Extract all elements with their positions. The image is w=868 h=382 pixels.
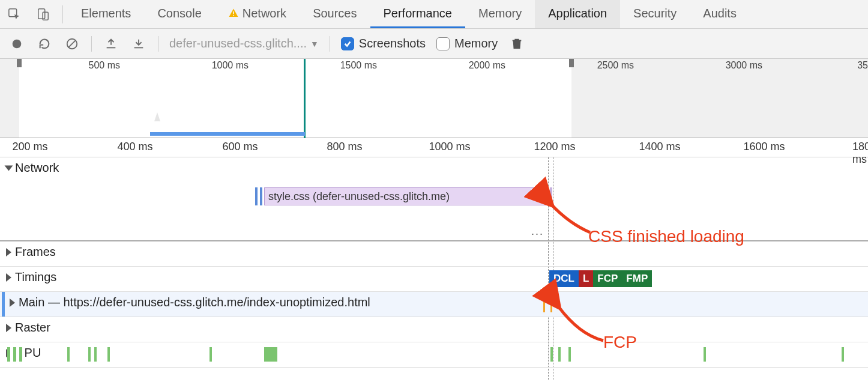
- timing-flags: DCL L FCP FMP: [549, 270, 652, 287]
- raster-track-header[interactable]: Raster: [0, 317, 868, 338]
- svg-point-5: [13, 39, 22, 48]
- tab-application[interactable]: Application: [535, 0, 620, 28]
- ruler-tick: 400 ms: [117, 141, 152, 153]
- disclosure-triangle-icon: [6, 273, 11, 282]
- overview-tick: 1000 ms: [212, 60, 249, 71]
- svg-rect-3: [233, 11, 234, 14]
- device-toggle-icon[interactable]: [29, 0, 58, 29]
- tab-elements[interactable]: Elements: [68, 0, 144, 28]
- tab-console[interactable]: Console: [144, 0, 214, 28]
- overview-tick: 3000 ms: [726, 60, 762, 71]
- ruler-tick: 600 ms: [222, 141, 258, 153]
- disclosure-triangle-icon: [5, 165, 13, 171]
- network-request-label: style.css (defer-unused-css.glitch.me): [268, 190, 450, 203]
- annotation-fcp: FCP: [603, 333, 637, 352]
- raster-track[interactable]: Raster: [0, 317, 868, 342]
- more-indicator: ...: [531, 225, 544, 238]
- dcl-flag[interactable]: DCL: [549, 270, 579, 287]
- fcp-flag[interactable]: FCP: [593, 270, 622, 287]
- overview-mask-left: [0, 59, 19, 138]
- load-profile-icon[interactable]: [103, 35, 119, 52]
- svg-rect-9: [134, 47, 143, 48]
- tab-sources[interactable]: Sources: [300, 0, 370, 28]
- disclosure-triangle-icon: [10, 299, 15, 307]
- overview-tick: 500 ms: [89, 60, 120, 71]
- gpu-bars: [7, 347, 868, 362]
- tab-memory[interactable]: Memory: [465, 0, 535, 28]
- disclosure-triangle-icon: [6, 324, 11, 332]
- checkbox-unchecked-icon[interactable]: [436, 37, 450, 50]
- overview-tick: 2000 ms: [469, 60, 505, 71]
- memory-label: Memory: [454, 37, 498, 50]
- tab-network[interactable]: Network: [215, 0, 300, 28]
- gpu-track[interactable]: GPU: [0, 342, 868, 368]
- svg-rect-4: [233, 15, 234, 16]
- fmp-flag[interactable]: FMP: [622, 270, 652, 287]
- overview-tick: 1500 ms: [340, 60, 377, 71]
- annotation-arrow-icon: [545, 199, 593, 238]
- ruler-tick: 1600 ms: [743, 141, 785, 153]
- flamechart-tracks: Network style.css (defer-unused-css.glit…: [0, 157, 868, 368]
- overview-handle-left[interactable]: [17, 59, 22, 67]
- ruler-tick: 1000 ms: [429, 141, 470, 153]
- network-track-label: Network: [15, 161, 59, 175]
- recording-selector[interactable]: defer-unused-css.glitch.... ▼: [169, 37, 319, 50]
- overview-activity-bar: [150, 132, 305, 136]
- overview-handle-right[interactable]: [569, 59, 574, 67]
- screenshots-label: Screenshots: [359, 37, 426, 50]
- l-flag[interactable]: L: [579, 270, 593, 287]
- disclosure-triangle-icon: [6, 248, 11, 256]
- separator: [91, 36, 92, 52]
- screenshots-option[interactable]: Screenshots: [341, 37, 426, 50]
- overview-tick: 35: [857, 60, 868, 71]
- timings-track[interactable]: Timings DCL L FCP FMP: [0, 267, 868, 292]
- record-button[interactable]: [8, 35, 25, 52]
- timeline-ruler[interactable]: 200 ms 400 ms 600 ms 800 ms 1000 ms 1200…: [0, 138, 868, 157]
- ruler-tick: 1400 ms: [639, 141, 680, 153]
- ruler-tick: 800 ms: [327, 141, 362, 153]
- garbage-collect-button[interactable]: [508, 35, 525, 52]
- clear-button[interactable]: [64, 35, 80, 52]
- annotation-arrow-icon: [552, 302, 606, 346]
- separator: [330, 36, 330, 52]
- memory-option[interactable]: Memory: [436, 37, 498, 50]
- timings-track-header[interactable]: Timings: [0, 267, 868, 288]
- overview-marker: [304, 59, 306, 138]
- svg-rect-8: [107, 47, 116, 48]
- main-track-indicator: [2, 292, 5, 317]
- annotation-css-finished: CSS finished loading: [588, 227, 744, 246]
- reload-button[interactable]: [36, 35, 53, 52]
- raster-track-label: Raster: [15, 321, 50, 335]
- svg-line-7: [68, 40, 76, 47]
- main-track[interactable]: Main — https://defer-unused-css.glitch.m…: [0, 292, 868, 317]
- overview-tick: 2500 ms: [597, 60, 634, 71]
- inspect-icon[interactable]: [0, 0, 29, 29]
- separator: [62, 5, 63, 23]
- ruler-tick: 1200 ms: [534, 141, 575, 153]
- performance-toolbar: defer-unused-css.glitch.... ▼ Screenshot…: [0, 29, 868, 59]
- save-profile-icon[interactable]: [130, 35, 147, 52]
- svg-rect-1: [38, 8, 45, 19]
- network-track-header[interactable]: Network: [0, 157, 868, 178]
- recording-label: defer-unused-css.glitch....: [169, 37, 307, 50]
- main-task-tick: [543, 296, 545, 312]
- chevron-down-icon: ▼: [310, 39, 319, 49]
- main-track-label: Main — https://defer-unused-css.glitch.m…: [19, 296, 370, 309]
- network-request-bar[interactable]: style.css (defer-unused-css.glitch.me): [264, 187, 546, 205]
- main-track-header[interactable]: Main — https://defer-unused-css.glitch.m…: [0, 292, 868, 313]
- devtools-tabbar: Elements Console Network Sources Perform…: [0, 0, 868, 29]
- tab-performance[interactable]: Performance: [370, 0, 466, 28]
- frames-track-label: Frames: [15, 245, 56, 259]
- timings-track-label: Timings: [15, 270, 56, 284]
- tab-audits[interactable]: Audits: [690, 0, 750, 28]
- panel-tabs: Elements Console Network Sources Perform…: [68, 0, 750, 28]
- network-request-stub: [255, 187, 258, 205]
- network-request-stub: [260, 187, 262, 205]
- tab-security[interactable]: Security: [620, 0, 690, 28]
- separator: [158, 36, 158, 52]
- warning-icon: [228, 8, 239, 19]
- ruler-tick: 200 ms: [12, 141, 47, 153]
- overview-cpu-blip: [151, 112, 163, 130]
- checkbox-checked-icon[interactable]: [341, 37, 354, 50]
- timeline-overview[interactable]: 500 ms 1000 ms 1500 ms 2000 ms 2500 ms 3…: [0, 59, 868, 138]
